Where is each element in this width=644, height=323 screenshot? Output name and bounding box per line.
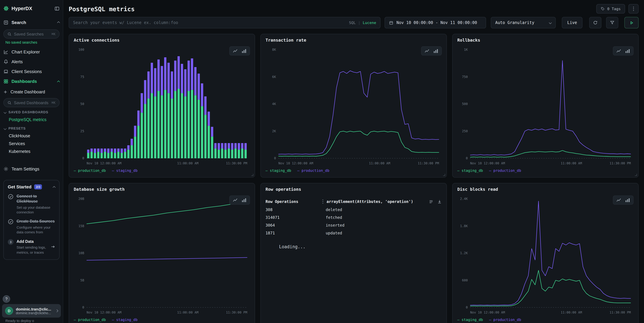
bar-chart-toggle-button[interactable] (625, 198, 630, 202)
sidebar-item-label: Alerts (12, 59, 23, 64)
preset-services[interactable]: Services (4, 140, 60, 148)
chart-plot-area[interactable]: 02K4K6K8KNov 10 12:00:00 AM11:00:00 AM11… (266, 46, 442, 167)
dashboard-grid: Active connections 0255075100Nov 10 12:0… (69, 34, 638, 323)
filter-button[interactable] (606, 17, 618, 28)
legend-item: — staging_db (112, 318, 138, 322)
sidebar-item-team-settings[interactable]: Team Settings (4, 164, 60, 174)
line-chart-toggle-button[interactable] (233, 49, 238, 53)
panel-resize-handle[interactable] (443, 174, 445, 176)
search-icon (8, 100, 12, 105)
search-bar: SQL | Lucene (69, 17, 380, 28)
tag-icon (601, 7, 605, 11)
legend-item: — production_db (489, 168, 521, 172)
svg-text:8K: 8K (272, 48, 276, 52)
table-row[interactable]: 1871 updated (266, 229, 442, 237)
bar-chart-toggle-button[interactable] (242, 49, 246, 53)
laptop-icon (4, 69, 8, 74)
svg-text:750: 750 (462, 75, 468, 79)
collapse-sidebar-icon[interactable] (54, 6, 60, 11)
download-csv-button[interactable] (437, 200, 442, 204)
shortcut-badge: ⌘K (52, 32, 56, 36)
sidebar-item-label: Team Settings (12, 166, 40, 172)
section-header-label: PRESETS (8, 126, 26, 130)
presets-section-header[interactable]: PRESETS (4, 126, 60, 130)
sql-toggle[interactable]: SQL (349, 20, 356, 25)
chart-panel-disc-blocks-read: Disc blocks read 06001.2K1.8K2.4KNov 10 … (452, 183, 638, 323)
svg-text:11:00:00 AM: 11:00:00 AM (561, 161, 582, 165)
chart-title: Database size growth (74, 187, 250, 195)
chart-plot-area[interactable]: 0255075100Nov 10 12:00:00 AM11:00:00 AM1… (74, 46, 250, 167)
chart-legend: — staging_db— production_db (457, 167, 634, 174)
shortcut-badge: ⌘K (52, 101, 56, 104)
svg-text:1.2K: 1.2K (460, 251, 468, 255)
svg-text:11:30:00 PM: 11:30:00 PM (610, 310, 631, 314)
bar-chart-toggle-button[interactable] (433, 49, 438, 53)
sidebar-item-client-sessions[interactable]: Client Sessions (4, 67, 60, 76)
saved-searches-input[interactable]: Saved Searches ⌘K (4, 30, 60, 38)
sidebar-group-search[interactable]: Search (4, 17, 60, 28)
live-button[interactable]: Live (562, 17, 582, 28)
preset-clickhouse[interactable]: ClickHouse (4, 132, 60, 140)
column-drag-handle-icon[interactable] (322, 200, 323, 204)
cell-operation: inserted (326, 223, 344, 228)
chart-plot-area[interactable]: 05B10B15B20BNov 10 12:00:00 AM11:00:00 A… (74, 195, 250, 316)
chart-plot-area[interactable]: 06001.2K1.8K2.4KNov 10 12:00:00 AM11:00:… (457, 195, 634, 316)
user-menu[interactable]: D dominic.tran@clic... dominic.tran@clic… (2, 304, 61, 318)
panel-resize-handle[interactable] (251, 174, 253, 176)
line-chart-toggle-button[interactable] (616, 49, 621, 53)
sidebar-item-alerts[interactable]: Alerts (4, 57, 60, 67)
svg-text:20B: 20B (78, 197, 84, 200)
svg-text:Nov 10 12:00:00 AM: Nov 10 12:00:00 AM (86, 310, 122, 314)
line-chart-toggle-button[interactable] (616, 198, 621, 202)
svg-text:50: 50 (80, 102, 84, 106)
get-started-header[interactable]: Get Started 2/3 (8, 184, 55, 190)
run-query-button[interactable] (624, 17, 638, 28)
saved-dashboards-section-header[interactable]: SAVED DASHBOARDS (4, 110, 60, 114)
header-actions: 0 Tags (596, 4, 639, 14)
chart-title: Row operations (266, 187, 442, 195)
search-input[interactable] (73, 20, 346, 25)
get-started-step-add-data[interactable]: 3 Add Data Start sending logs, metrics, … (8, 239, 55, 255)
svg-text:11:30:00 PM: 11:30:00 PM (226, 161, 247, 165)
chart-legend: — production_db— staging_db (74, 316, 250, 323)
saved-searches-placeholder: Saved Searches (14, 32, 44, 36)
saved-dashboard-postgresql-metrics[interactable]: PostgreSQL metrics (4, 116, 60, 124)
create-dashboard-button[interactable]: Create Dashboard (4, 88, 60, 96)
bar-chart-toggle-button[interactable] (625, 49, 630, 53)
row-operations-table: Row Operations arrayElement(Attributes, … (266, 198, 442, 323)
get-started-step-connect[interactable]: Connect to ClickHouse Set up your databa… (8, 194, 55, 214)
table-row[interactable]: 308 deleted (266, 206, 442, 214)
sidebar-group-search-label: Search (12, 20, 26, 25)
granularity-select[interactable]: Auto Granularity (491, 17, 556, 28)
loading-indicator: Loading... (279, 244, 442, 249)
rows-view-button[interactable] (429, 200, 433, 204)
svg-text:11:00:00 AM: 11:00:00 AM (177, 310, 198, 314)
get-started-step-sources[interactable]: Create Data Sources Configure where your… (8, 219, 55, 234)
sidebar-item-dashboards[interactable]: Dashboards (4, 76, 60, 86)
panel-resize-handle[interactable] (635, 174, 637, 176)
bar-chart-toggle-button[interactable] (242, 198, 246, 202)
sidebar-item-label: Client Sessions (12, 69, 42, 74)
column-header[interactable]: Row Operations (266, 199, 322, 204)
line-chart-toggle-button[interactable] (424, 49, 430, 53)
line-chart-toggle-button[interactable] (233, 198, 238, 202)
svg-text:11:00:00 AM: 11:00:00 AM (561, 310, 582, 314)
svg-text:11:00:00 AM: 11:00:00 AM (177, 161, 198, 165)
time-range-picker[interactable]: Nov 10 00:00:00 - Nov 11 00:00:00 (384, 17, 486, 28)
kebab-menu-button[interactable] (628, 4, 638, 14)
help-button[interactable]: ? (3, 295, 10, 303)
table-row[interactable]: 3064 inserted (266, 221, 442, 229)
column-header[interactable]: arrayElement(Attributes, 'operation') (326, 199, 413, 204)
arrow-right-icon (51, 244, 55, 249)
legend-item: — production_db (74, 318, 106, 322)
sidebar-item-chart-explorer[interactable]: Chart Explorer (4, 47, 60, 57)
preset-kubernetes[interactable]: Kubernetes (4, 148, 60, 155)
refresh-button[interactable] (589, 17, 602, 28)
tags-button[interactable]: 0 Tags (596, 4, 625, 14)
lucene-toggle[interactable]: Lucene (363, 20, 376, 25)
saved-dashboards-input[interactable]: Saved Dashboards ⌘K (4, 98, 60, 107)
step-title: Add Data (16, 239, 48, 244)
svg-text:Nov 10 12:00:00 AM: Nov 10 12:00:00 AM (278, 161, 313, 165)
table-row[interactable]: 314071 fetched (266, 214, 442, 221)
chart-plot-area[interactable]: 02505007501KNov 10 12:00:00 AM11:00:00 A… (457, 46, 634, 167)
